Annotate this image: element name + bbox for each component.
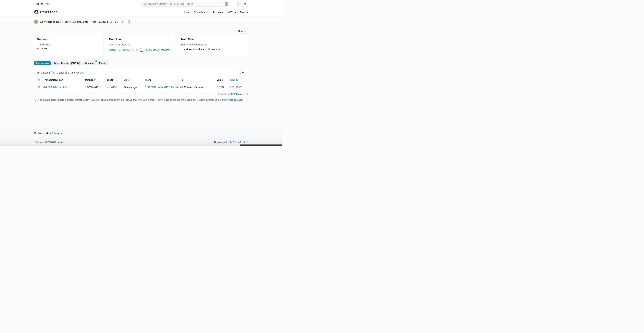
search-box[interactable]: / [142, 1, 229, 7]
knowledge-base-link[interactable]: Knowledge Base [224, 98, 242, 101]
copyright-text: Etherscan © 2023 (Sepolia) [34, 141, 63, 144]
donation-address-link[interactable]: 0x71c765...d8976f [226, 141, 246, 144]
bottom-corner-strip [240, 144, 282, 146]
creator-address-link[interactable]: 0x407104...a3A5811E [109, 48, 134, 52]
eth-balance-label: ETH BALANCE [37, 44, 100, 46]
transaction-row: 0x6d68db4d7cebfdfa1... 0x60806040 415615… [34, 83, 248, 91]
tab-contract[interactable]: Contract [84, 61, 96, 66]
chevron-down-icon [207, 12, 209, 13]
lightbulb-icon [34, 99, 37, 101]
multichain-label: MULTICHAIN ADDRESSES [181, 44, 245, 46]
ethereum-icon [37, 47, 39, 50]
contract-address: 0xDe511981CC4C5946824867E0f479aC133F84E0… [53, 20, 118, 23]
card-title: Multi Chain [181, 38, 245, 40]
block-link[interactable]: 4156158 [107, 86, 117, 88]
heart-icon: ♥ [246, 140, 248, 144]
col-transaction-hash: Transaction Hash [44, 78, 85, 81]
copy-address-button[interactable] [122, 20, 124, 23]
contract-creation-icon [180, 86, 183, 88]
brand-name: Etherscan [40, 10, 58, 14]
filter-dropdown-button[interactable] [238, 70, 245, 75]
contract-info-note: A contract address hosts a smart contrac… [34, 98, 248, 101]
col-txn-fee-toggle[interactable]: Txn Fee [230, 78, 245, 81]
eye-icon [38, 86, 40, 88]
tx-fee: 0.00227631 [230, 86, 245, 88]
search-icon [144, 2, 146, 5]
nav-item-misc[interactable]: Misc [240, 11, 248, 14]
footer: Powered by Ethereum Etherscan © 2023 (Se… [0, 128, 282, 146]
col-method: Method? [85, 78, 107, 81]
powered-by-text: Powered by Ethereum [38, 132, 63, 134]
chevron-down-icon [246, 12, 248, 13]
blockscan-dropdown-button[interactable]: Blockscan [206, 47, 223, 52]
tab-transactions[interactable]: Transactions [34, 61, 51, 66]
summary-cards: Overview ETH BALANCE 0 ETH More Info CON… [34, 35, 248, 56]
from-address-link[interactable]: 0x407104...a3A5811E [145, 86, 170, 88]
donations: Donations: 0x71c765...d8976f ♥ [214, 140, 248, 144]
tab-token-transfers[interactable]: Token Transfers (ERC-20) [52, 61, 82, 66]
main-nav: Etherscan Home Blockchain Tokens NFTs Mi… [0, 8, 282, 17]
address-identicon [34, 20, 38, 24]
theme-toggle-button[interactable] [235, 1, 241, 7]
table-header-row: ? Transaction Hash Method? Block Age Fro… [34, 76, 248, 83]
slash-shortcut-key: / [224, 2, 228, 6]
tx-value: 0 ETH [217, 86, 230, 88]
creation-txn-link[interactable]: 0x6d68db4d7cebfdfa1... [145, 48, 173, 52]
ethereum-icon [34, 131, 36, 135]
contract-creator-label: CONTRACT CREATOR [109, 44, 173, 46]
network-badge: Sepolia Testnet [34, 2, 52, 6]
transactions-panel: Latest 1 from a total of 1 transactions … [34, 68, 248, 91]
etherscan-logo[interactable]: Etherscan [34, 10, 58, 14]
nav-item-blockchain[interactable]: Blockchain [194, 11, 209, 14]
nav-item-tokens[interactable]: Tokens [213, 11, 224, 14]
sort-descending-icon [37, 71, 40, 74]
download-suffix: ] [247, 93, 248, 96]
top-bar: Sepolia Testnet / [0, 0, 282, 8]
more-info-card: More Info CONTRACT CREATOR 0x407104...a3… [106, 35, 176, 56]
tx-age: 3 mins ago [124, 86, 145, 88]
card-title: More Info [109, 38, 173, 40]
nav-item-home[interactable]: Home [183, 11, 190, 14]
card-title: Overview [37, 38, 100, 40]
help-icon: ? [94, 78, 97, 81]
more-dropdown-button[interactable]: More [236, 29, 248, 34]
chevron-down-icon [234, 12, 236, 13]
tab-events[interactable]: Events [98, 61, 108, 66]
direction-badge: IN [175, 86, 179, 89]
col-from: From [145, 78, 180, 81]
copy-from-button[interactable] [171, 86, 174, 88]
tx-preview-eye-button[interactable] [37, 85, 41, 89]
method-badge: 0x60806040 [85, 85, 100, 89]
donations-label: Donations: [214, 141, 225, 144]
transactions-summary: Latest 1 from a total of 1 transactions [37, 71, 84, 74]
multichain-card: Multi Chain MULTICHAIN ADDRESSES 1 addre… [178, 35, 248, 56]
tx-hash-link[interactable]: 0x6d68db4d7cebfdfa1... [44, 86, 71, 88]
eth-balance-value: 0 ETH [40, 47, 47, 50]
col-age-toggle[interactable]: Age [124, 78, 145, 81]
overview-card: Overview ETH BALANCE 0 ETH [34, 35, 104, 56]
contract-header: Contract 0xDe511981CC4C5946824867E0f479a… [34, 17, 248, 34]
to-contract-creation: Contract Creation [184, 86, 204, 88]
info-text: A contract address hosts a smart contrac… [38, 98, 224, 101]
info-suffix: . [242, 98, 243, 101]
network-switcher-button[interactable] [242, 1, 248, 7]
etherscan-page: Sepolia Testnet / [0, 0, 282, 146]
copy-creator-button[interactable] [136, 49, 138, 51]
nav-item-nfts[interactable]: NFTs [228, 11, 236, 14]
chevron-down-icon [222, 12, 224, 13]
verified-check-icon [94, 60, 97, 62]
addresses-found-text: 1 address found via [181, 48, 204, 51]
download-prefix: [ Download: [218, 93, 230, 96]
chevron-down-icon [242, 72, 244, 73]
search-input[interactable] [148, 3, 223, 5]
etherscan-logo-icon [34, 10, 39, 14]
qr-code-button[interactable] [128, 20, 130, 23]
csv-export-link[interactable]: CSV Export [231, 93, 243, 96]
ethereum-icon [244, 2, 246, 6]
tab-bar: Transactions Token Transfers (ERC-20) Co… [34, 61, 248, 66]
col-value: Value [217, 78, 230, 81]
chevron-down-icon [219, 49, 221, 50]
col-to: To [180, 78, 217, 81]
filter-funnel-icon [239, 72, 242, 74]
chevron-down-icon [244, 31, 246, 32]
